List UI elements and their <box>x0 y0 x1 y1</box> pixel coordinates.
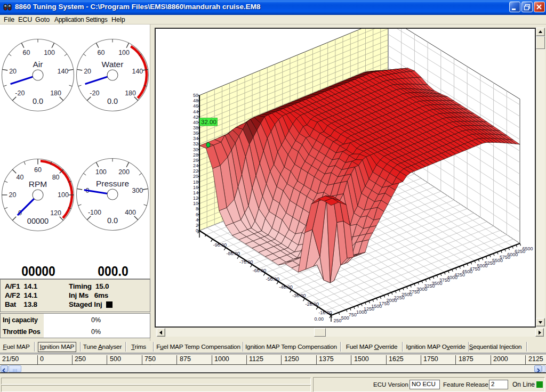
svg-text:30: 30 <box>193 147 198 152</box>
svg-text:42: 42 <box>193 115 198 120</box>
svg-text:26: 26 <box>193 158 198 163</box>
svg-text:00000: 00000 <box>27 217 49 225</box>
svg-text:-60.00: -60.00 <box>253 268 267 273</box>
svg-text:-30.00: -30.00 <box>292 293 306 298</box>
svg-text:-40.00: -40.00 <box>279 284 293 290</box>
svg-text:-20.00: -20.00 <box>306 301 319 307</box>
svg-text:120: 120 <box>50 209 61 217</box>
svg-text:0.0: 0.0 <box>107 216 118 225</box>
svg-text:16: 16 <box>193 185 198 190</box>
svg-text:18: 18 <box>193 179 198 185</box>
svg-text:20: 20 <box>193 174 198 179</box>
svg-text:60: 60 <box>22 49 30 56</box>
svg-text:38: 38 <box>193 125 198 130</box>
svg-text:22: 22 <box>193 168 198 174</box>
svg-text:500: 500 <box>341 315 349 321</box>
svg-text:100: 100 <box>44 49 55 56</box>
svg-text:36: 36 <box>193 130 198 136</box>
svg-text:20: 20 <box>84 68 91 75</box>
svg-text:50: 50 <box>193 93 198 98</box>
svg-text:0.0: 0.0 <box>33 97 43 105</box>
svg-text:20: 20 <box>9 191 17 199</box>
svg-text:140: 140 <box>57 68 68 75</box>
svg-text:300: 300 <box>132 187 143 194</box>
svg-text:140: 140 <box>132 68 143 75</box>
svg-text:-10.00: -10.00 <box>318 310 332 315</box>
svg-text:0.00: 0.00 <box>314 316 324 322</box>
svg-text:40: 40 <box>193 120 198 125</box>
svg-text:10: 10 <box>193 201 198 206</box>
svg-text:180: 180 <box>50 89 61 97</box>
svg-text:200: 200 <box>118 168 130 176</box>
svg-text:-20: -20 <box>15 89 25 97</box>
svg-text:34: 34 <box>193 136 198 141</box>
svg-text:0.0: 0.0 <box>107 97 118 105</box>
svg-text:100: 100 <box>95 168 107 176</box>
svg-text:-100: -100 <box>88 209 101 216</box>
svg-text:180: 180 <box>125 89 136 97</box>
svg-text:6: 6 <box>196 212 198 217</box>
svg-text:Water: Water <box>102 60 124 69</box>
svg-text:12: 12 <box>193 195 198 201</box>
svg-text:44: 44 <box>193 109 198 115</box>
svg-text:250: 250 <box>334 318 342 323</box>
svg-text:32: 32 <box>193 141 198 146</box>
svg-text:-80.00: -80.00 <box>226 251 240 256</box>
svg-text:8: 8 <box>196 206 198 211</box>
svg-text:80: 80 <box>52 174 60 181</box>
svg-text:400: 400 <box>125 209 136 216</box>
svg-text:2: 2 <box>196 223 198 228</box>
svg-text:28: 28 <box>193 152 198 158</box>
svg-text:-70.00: -70.00 <box>239 259 253 265</box>
svg-text:14: 14 <box>193 190 198 195</box>
svg-text:Air: Air <box>33 60 43 69</box>
svg-text:24: 24 <box>193 163 198 168</box>
svg-text:-50.00: -50.00 <box>266 276 280 282</box>
svg-text:32.00: 32.00 <box>201 119 216 125</box>
svg-text:46: 46 <box>193 103 198 109</box>
svg-text:Pressure: Pressure <box>96 179 129 188</box>
svg-text:20: 20 <box>9 68 17 75</box>
svg-text:4: 4 <box>196 217 198 223</box>
svg-text:48: 48 <box>193 98 198 103</box>
svg-text:40: 40 <box>16 174 23 181</box>
svg-text:-90.00: -90.00 <box>213 242 227 248</box>
svg-text:6500: 6500 <box>523 246 533 251</box>
svg-text:60: 60 <box>34 166 42 174</box>
svg-text:100: 100 <box>58 191 69 199</box>
svg-text:RPM: RPM <box>29 179 47 189</box>
svg-text:750: 750 <box>349 312 357 317</box>
svg-text:-20: -20 <box>90 89 99 97</box>
svg-text:100: 100 <box>118 49 130 56</box>
svg-text:60: 60 <box>97 49 105 56</box>
